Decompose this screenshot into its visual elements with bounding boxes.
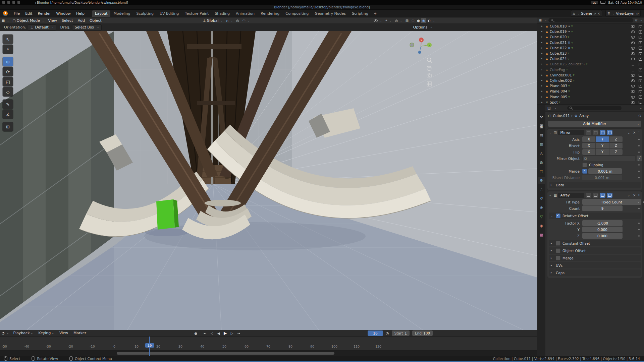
outliner-row[interactable]: ▸ ☀ Spot ▿ bbox=[537, 100, 644, 105]
object-offset-checkbox[interactable] bbox=[556, 248, 560, 253]
hide-in-viewport-toggle[interactable] bbox=[631, 95, 635, 99]
auto-keying-toggle[interactable]: ● bbox=[193, 330, 199, 336]
tab-rendering[interactable]: Rendering bbox=[258, 10, 282, 17]
tray-icon[interactable] bbox=[12, 1, 15, 4]
tab-compositing[interactable]: Compositing bbox=[282, 10, 312, 17]
breadcrumb-modifier[interactable]: Array bbox=[579, 114, 589, 118]
array-panel-header[interactable]: ⌄ ▦ Array ⌄ × ∷ bbox=[547, 191, 642, 199]
collapse-icon[interactable]: ⌄ bbox=[549, 131, 552, 134]
flip-x-toggle[interactable]: X bbox=[582, 149, 596, 155]
editor-type-button[interactable]: ▦ ⌄ bbox=[0, 19, 11, 22]
edit-mode-display-toggle[interactable] bbox=[586, 130, 591, 135]
hide-in-viewport-toggle[interactable] bbox=[631, 84, 635, 88]
scene-selector[interactable]: ◬ ⌄ Scene ▱ × bbox=[571, 10, 602, 17]
view-menu[interactable]: View bbox=[46, 18, 59, 23]
extras-menu-icon[interactable]: ⌄ bbox=[627, 131, 631, 134]
cage-display-toggle[interactable] bbox=[593, 130, 598, 135]
marker-menu[interactable]: Marker bbox=[71, 331, 89, 335]
select-box-tool[interactable]: ↖ bbox=[3, 35, 13, 44]
next-keyframe-button[interactable]: ▷ bbox=[229, 330, 235, 336]
tab-modifiers[interactable]: ⚙ bbox=[538, 177, 545, 184]
axis-z-handle[interactable] bbox=[418, 51, 421, 54]
data-subpanel[interactable]: ▸ Data bbox=[549, 182, 641, 188]
green-cube-object[interactable] bbox=[156, 199, 179, 230]
axis-y-toggle[interactable]: Y bbox=[596, 136, 609, 142]
viewport-3d[interactable]: X Y bbox=[0, 31, 537, 330]
orientation-setting-dropdown[interactable]: ⊥ Default ⌄ bbox=[28, 24, 56, 31]
delete-modifier-icon[interactable]: × bbox=[632, 193, 636, 197]
tab-object-data[interactable]: ▽ bbox=[538, 213, 545, 220]
decorator-dot[interactable] bbox=[637, 145, 641, 146]
hide-in-viewport-toggle[interactable] bbox=[631, 89, 635, 93]
hide-in-viewport-toggle[interactable] bbox=[631, 41, 635, 45]
disable-in-render-toggle[interactable] bbox=[638, 78, 643, 82]
tab-texture[interactable]: ▩ bbox=[538, 231, 545, 238]
modifier-name-field[interactable]: Array bbox=[558, 193, 584, 198]
constant-offset-checkbox[interactable] bbox=[556, 241, 560, 246]
viewport-display-toggle[interactable] bbox=[600, 130, 605, 135]
transform-tool[interactable]: ◇ bbox=[3, 87, 13, 97]
tab-particles[interactable]: ∴ bbox=[538, 186, 545, 193]
editor-type-button[interactable]: ◔ ⌄ bbox=[0, 331, 10, 335]
keying-menu[interactable]: Keying⌄ bbox=[36, 331, 57, 335]
hide-in-viewport-toggle[interactable] bbox=[631, 57, 635, 61]
shading-solid-button[interactable]: ● bbox=[416, 18, 421, 23]
annotate-tool[interactable]: ✎ bbox=[3, 100, 13, 109]
hide-in-viewport-toggle[interactable] bbox=[631, 78, 635, 82]
tab-object[interactable]: ▢ bbox=[538, 168, 545, 175]
mirror-object-picker[interactable]: ▢ bbox=[582, 156, 635, 161]
filter-icon[interactable]: ▽ bbox=[635, 18, 638, 22]
extras-menu-icon[interactable]: ⌄ bbox=[627, 193, 631, 197]
object-name[interactable]: Cube.022 bbox=[550, 46, 567, 50]
xray-toggle[interactable]: ▥ bbox=[404, 19, 410, 22]
tray-icon[interactable] bbox=[17, 1, 20, 4]
chevron-down-icon[interactable]: ⌄ bbox=[640, 107, 642, 110]
disable-in-render-toggle[interactable] bbox=[638, 35, 643, 39]
disable-in-render-toggle[interactable] bbox=[638, 57, 643, 61]
add-workspace-button[interactable]: + bbox=[371, 10, 379, 17]
add-menu[interactable]: Add bbox=[75, 18, 87, 23]
disable-in-render-toggle[interactable] bbox=[638, 51, 643, 55]
clipping-checkbox[interactable] bbox=[582, 163, 587, 167]
viewlayer-selector[interactable]: ≣ ⌄ ViewLayer ▱ bbox=[605, 10, 641, 17]
disable-in-render-toggle[interactable] bbox=[638, 62, 643, 66]
object-name[interactable]: Cube.020 bbox=[550, 35, 567, 39]
shading-wireframe-button[interactable]: ◌ bbox=[410, 18, 416, 23]
close-icon[interactable]: × bbox=[597, 12, 600, 15]
move-tool[interactable]: ⊕ bbox=[3, 57, 13, 66]
disable-in-render-toggle[interactable] bbox=[638, 95, 643, 99]
tab-layout[interactable]: Layout bbox=[92, 10, 110, 17]
prev-keyframe-button[interactable]: ◁ bbox=[209, 330, 215, 336]
timeline-track[interactable] bbox=[0, 351, 537, 356]
object-name[interactable]: Cylinder.001 bbox=[550, 73, 572, 77]
tray-icon[interactable] bbox=[7, 1, 10, 4]
menu-render[interactable]: Render bbox=[35, 11, 53, 16]
pin-icon[interactable]: ⊙ bbox=[638, 114, 641, 118]
drag-setting-dropdown[interactable]: Select Box ⌄ bbox=[72, 24, 102, 31]
frame-end-field[interactable]: End100 bbox=[412, 330, 433, 336]
outliner-row[interactable]: ▸ ▲ Cylinder.001 ▿ bbox=[537, 72, 644, 78]
edit-mode-display-toggle[interactable] bbox=[586, 193, 591, 198]
breadcrumb-object[interactable]: Cube.011 bbox=[553, 114, 570, 118]
measure-tool[interactable]: ∡ bbox=[3, 110, 13, 119]
render-display-toggle[interactable] bbox=[607, 193, 612, 198]
disable-in-render-toggle[interactable] bbox=[638, 84, 643, 88]
tab-texture-paint[interactable]: Texture Paint bbox=[182, 10, 212, 17]
object-name[interactable]: Cube.019 bbox=[550, 29, 567, 34]
mirror-panel-header[interactable]: ⌄ ◫ Mirror ⌄ × ∷ bbox=[547, 129, 642, 136]
object-visibility-dropdown[interactable]: ⌄ bbox=[372, 18, 384, 22]
disable-in-render-toggle[interactable] bbox=[638, 73, 643, 77]
options-dropdown[interactable]: Options ⌄ bbox=[411, 24, 435, 31]
new-scene-icon[interactable]: ▱ bbox=[594, 12, 596, 15]
object-name[interactable]: CubeFog bbox=[550, 68, 565, 72]
outliner-row[interactable]: ▸ ▲ Cube.024 ▿ bbox=[537, 56, 644, 61]
decorator-dot[interactable] bbox=[637, 171, 641, 172]
menu-edit[interactable]: Edit bbox=[22, 11, 35, 16]
axis-z-toggle[interactable]: Z bbox=[609, 136, 623, 142]
tab-uv-editing[interactable]: UV Editing bbox=[157, 10, 182, 17]
tab-material[interactable]: ◉ bbox=[538, 222, 545, 229]
hide-in-viewport-toggle[interactable] bbox=[631, 29, 635, 34]
proportional-edit-toggle[interactable]: ◎ bbox=[234, 19, 241, 22]
decorator-dot[interactable] bbox=[637, 223, 641, 224]
tab-animation[interactable]: Animation bbox=[233, 10, 258, 17]
